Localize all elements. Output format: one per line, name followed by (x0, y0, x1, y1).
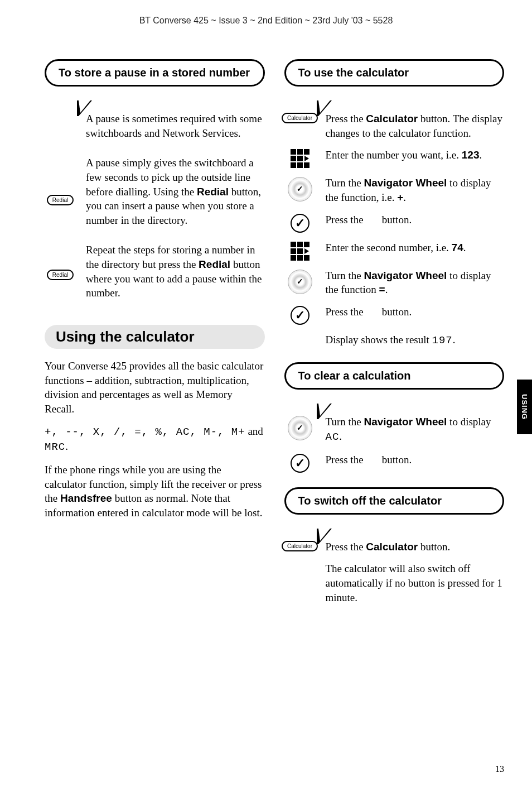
paragraph: A pause simply gives the switchboard a f… (86, 156, 265, 227)
section-heading: Using the calculator (45, 325, 265, 349)
callout-switch-off: To switch off the calculator (284, 487, 505, 515)
navigator-wheel-icon (284, 176, 316, 201)
step-row: Turn the Navigator Wheel to display the … (284, 268, 505, 297)
step-row: Display shows the result 197. (284, 333, 505, 348)
tick-button-icon: ✓ (284, 453, 316, 473)
step-text: Enter the second number, i.e. 74. (326, 241, 505, 255)
step-row: ✓ Press the button. (284, 453, 505, 473)
callout-title: To store a pause in a stored number (59, 66, 250, 79)
callout-clear-calculation: To clear a calculation (284, 362, 505, 390)
step-text: Turn the Navigator Wheel to display AC. (326, 415, 505, 444)
step-icon-empty (45, 112, 76, 113)
pill-label: Calculator (282, 541, 318, 551)
step-text: Press the button. (326, 453, 505, 467)
pill-label: Redial (47, 270, 74, 280)
step-row: The calculator will also switch off auto… (284, 561, 505, 604)
paragraph: A pause is sometimes required with some … (86, 112, 265, 140)
tick-button-icon: ✓ (284, 213, 316, 233)
keypad-icon (284, 241, 316, 261)
pill-label: Calculator (282, 113, 318, 123)
redial-button-icon: Redial (45, 156, 76, 205)
keypad-icon (284, 148, 316, 168)
step-text: Display shows the result 197. (326, 333, 505, 348)
step-row: A pause is sometimes required with some … (45, 112, 265, 148)
step-text: Press the Calculator button. (326, 540, 505, 554)
paragraph: Repeat the steps for storing a number in… (86, 243, 265, 300)
tick-button-icon: ✓ (284, 305, 316, 325)
step-text: Enter the number you want, i.e. 123. (326, 148, 505, 162)
navigator-wheel-icon (284, 268, 316, 294)
navigator-wheel-icon (284, 415, 316, 440)
step-text: A pause simply gives the switchboard a f… (86, 156, 265, 235)
callout-title: To clear a calculation (298, 369, 411, 382)
calculator-button-icon: Calculator (284, 540, 316, 551)
paragraph: +, --, X, /, =, %, AC, M-, M+ and MRC. (45, 424, 265, 455)
page-number: 13 (495, 764, 504, 774)
step-text: Press the Calculator button. The display… (326, 112, 505, 140)
calculator-button-icon: Calculator (284, 112, 316, 123)
callout-title: To use the calculator (298, 66, 409, 79)
callout-use-calculator: To use the calculator (284, 59, 505, 87)
left-column: To store a pause in a stored number A pa… (45, 59, 265, 612)
step-text: Repeat the steps for storing a number in… (86, 243, 265, 308)
step-row: Enter the number you want, i.e. 123. (284, 148, 505, 168)
step-icon-empty (284, 561, 316, 563)
step-row: Enter the second number, i.e. 74. (284, 241, 505, 261)
step-text: Turn the Navigator Wheel to display the … (326, 176, 505, 204)
step-row: Turn the Navigator Wheel to display the … (284, 176, 505, 204)
step-text: Press the button. (326, 305, 505, 319)
paragraph: Your Converse 425 provides all the basic… (45, 359, 265, 416)
callout-store-pause: To store a pause in a stored number (45, 59, 265, 87)
redial-button-icon: Redial (45, 243, 76, 280)
side-tab: USING (517, 380, 532, 434)
step-row: Redial A pause simply gives the switchbo… (45, 156, 265, 235)
main-content: To store a pause in a stored number A pa… (0, 26, 532, 612)
step-icon-empty (284, 333, 316, 334)
step-text: Press the button. (326, 213, 505, 227)
step-text: Turn the Navigator Wheel to display the … (326, 268, 505, 297)
step-row: ✓ Press the button. (284, 305, 505, 325)
step-text: The calculator will also switch off auto… (326, 561, 505, 604)
step-text: A pause is sometimes required with some … (86, 112, 265, 148)
paragraph: If the phone rings while you are using t… (45, 463, 265, 520)
step-row: Redial Repeat the steps for storing a nu… (45, 243, 265, 308)
step-row: ✓ Press the button. (284, 213, 505, 233)
document-header: BT Converse 425 ~ Issue 3 ~ 2nd Edition … (0, 0, 532, 26)
callout-title: To switch off the calculator (298, 495, 442, 507)
right-column: To use the calculator Calculator Press t… (284, 59, 505, 612)
pill-label: Redial (47, 195, 74, 205)
